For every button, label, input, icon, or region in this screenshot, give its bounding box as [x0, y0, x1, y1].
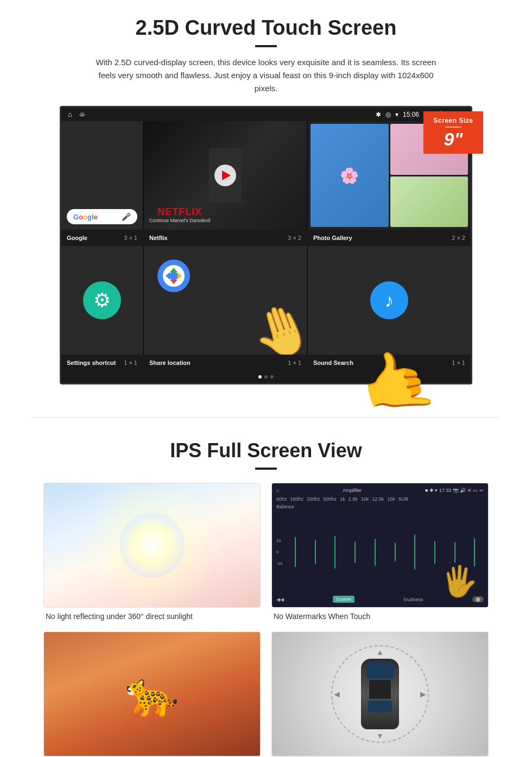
share-location-cell[interactable]: 🤚 — [144, 246, 307, 355]
feature-img-amplifier: ⌂ Amplifier ■ ✱ ▾ 17:33 📷 🔊 ✕ ▭ ↩ 60hz10… — [271, 483, 489, 608]
settings-app-cell[interactable]: ⚙ — [61, 246, 143, 355]
netflix-label-name: Netflix — [149, 235, 168, 241]
netflix-logo: NETFLIX — [149, 206, 210, 218]
amp-balance-label: Balance — [276, 504, 484, 509]
netflix-subtitle: Continue Marvel's Daredevil — [149, 218, 210, 223]
sound-icon-circle: ♪ — [370, 281, 408, 319]
google-label-name: Google — [67, 235, 87, 241]
netflix-label: Netflix 3 × 2 — [144, 232, 307, 243]
gallery-thumb-3 — [390, 176, 468, 228]
screen-dots — [61, 371, 471, 383]
car-roof-top — [369, 680, 391, 699]
sun-effect — [119, 513, 185, 578]
section1-description: With 2.5D curved-display screen, this de… — [92, 56, 440, 95]
gear-icon: ⚙ — [93, 289, 111, 312]
google-maps-icon — [155, 257, 193, 300]
gallery-label-name: Photo Gallery — [313, 235, 352, 241]
status-left-icons: ⌂ ⌯ — [68, 110, 86, 118]
device-mockup-area: Screen Size 9" ⌂ ⌯ ✱ ◎ ▾ 15:06 📷 🔊 ✕ — [54, 106, 478, 384]
feature-img-sunlight — [43, 483, 261, 608]
eq-bar-3 — [334, 536, 335, 569]
feature-sunlight: No light reflecting under 360° direct su… — [43, 483, 261, 621]
arrow-right: ▶ — [420, 690, 426, 698]
arrow-left: ◀ — [334, 690, 340, 698]
car-body-top — [361, 659, 399, 729]
section1-title: 2.5D Curved Touch Screen — [33, 16, 499, 40]
status-time: 15:06 — [403, 111, 419, 118]
section-divider — [33, 417, 499, 418]
google-label-size: 3 × 1 — [124, 235, 137, 241]
share-label-size: 1 × 1 — [288, 359, 301, 366]
home-icon[interactable]: ⌂ — [68, 110, 72, 118]
badge-divider — [445, 127, 461, 128]
amp-title: Amplifier — [343, 488, 362, 493]
app-grid-row2: ⚙ 🤚 — [61, 246, 471, 355]
gallery-label: Photo Gallery 2 × 2 — [308, 232, 471, 243]
sound-label-name: Sound Search — [313, 359, 353, 366]
app-labels-row2: Settings shortcut 1 × 1 Share location 1… — [61, 355, 471, 371]
cheetah-image: 🐆 — [44, 632, 260, 756]
feature-amplifier: ⌂ Amplifier ■ ✱ ▾ 17:33 📷 🔊 ✕ ▭ ↩ 60hz10… — [271, 483, 489, 621]
feature-car: ▲ ▼ ◀ ▶ Large Viewing Angle — [271, 632, 489, 757]
feature-img-cheetah: 🐆 — [43, 632, 261, 756]
amp-freq-labels: 60hz100hz200hz500hz1k2.5k10k12.5k15kSUB — [276, 496, 484, 502]
amp-time: ■ ✱ ▾ 17:33 📷 🔊 ✕ ▭ ↩ — [425, 488, 484, 493]
feature-grid: No light reflecting under 360° direct su… — [43, 483, 489, 757]
share-label: Share location 1 × 1 — [144, 357, 307, 368]
settings-label: Settings shortcut 1 × 1 — [61, 357, 143, 368]
amp-custom-button[interactable]: Custom — [333, 596, 354, 603]
amp-hand-icon: 🖐 — [441, 564, 478, 599]
bluetooth-icon: ✱ — [376, 111, 381, 118]
feature-cheetah: 🐆 Super Fast Response — [43, 632, 261, 757]
arrow-top: ▲ — [376, 648, 384, 657]
section2-title-underline — [255, 468, 277, 470]
eq-bar-7 — [414, 534, 415, 570]
car-view-container: ▲ ▼ ◀ ▶ — [331, 645, 429, 743]
car-image: ▲ ▼ ◀ ▶ — [272, 632, 488, 756]
badge-label: Screen Size — [428, 117, 479, 124]
android-screen: ⌂ ⌯ ✱ ◎ ▾ 15:06 📷 🔊 ✕ ▭ — [60, 106, 472, 384]
badge-size: 9" — [444, 129, 463, 149]
car-rear-window — [368, 701, 392, 712]
gallery-label-size: 2 × 2 — [452, 235, 465, 241]
location-icon: ◎ — [385, 111, 391, 118]
settings-label-name: Settings shortcut — [67, 359, 116, 366]
eq-bar-8 — [434, 541, 435, 564]
status-bar: ⌂ ⌯ ✱ ◎ ▾ 15:06 📷 🔊 ✕ ▭ — [61, 108, 471, 121]
dot-1 — [258, 375, 262, 379]
music-note-icon: ♪ — [385, 290, 394, 311]
section2-title: IPS Full Screen View — [33, 439, 499, 462]
section-curved-screen: 2.5D Curved Touch Screen With 2.5D curve… — [0, 0, 532, 401]
amplifier-screen: ⌂ Amplifier ■ ✱ ▾ 17:33 📷 🔊 ✕ ▭ ↩ 60hz10… — [272, 483, 488, 607]
play-button[interactable] — [214, 165, 236, 186]
netflix-app-cell[interactable]: NETFLIX Continue Marvel's Daredevil — [144, 121, 307, 230]
wifi-icon: ▾ — [395, 111, 398, 118]
amp-loudness-label: loudness — [404, 597, 423, 602]
car-windshield — [366, 662, 394, 678]
google-app-cell[interactable]: Google 🎤 — [61, 121, 143, 230]
sunlight-image — [44, 483, 260, 607]
play-triangle-icon — [222, 171, 231, 180]
cheetah-icon: 🐆 — [125, 668, 179, 720]
google-search-bar[interactable]: Google 🎤 — [67, 209, 137, 224]
eq-bar-6 — [395, 542, 396, 562]
amp-sliders: 100-10 — [276, 510, 484, 594]
settings-label-size: 1 × 1 — [124, 359, 137, 366]
amplifier-caption: No Watermarks When Touch — [271, 612, 489, 621]
flower-icon: 🌸 — [311, 124, 389, 227]
arrow-bottom: ▼ — [376, 731, 384, 740]
amp-nav-left: ◀◀ — [276, 597, 284, 602]
sunlight-caption: No light reflecting under 360° direct su… — [43, 612, 261, 621]
dot-3 — [270, 375, 274, 379]
usb-icon: ⌯ — [79, 110, 86, 118]
sound-search-cell[interactable]: ♪ — [308, 246, 471, 355]
screen-size-badge: Screen Size 9" — [423, 111, 483, 154]
eq-bar-1 — [295, 537, 296, 567]
eq-bar-10 — [474, 538, 475, 566]
eq-bar-5 — [375, 539, 376, 566]
sound-label-size: 1 × 1 — [452, 359, 465, 366]
mic-icon[interactable]: 🎤 — [122, 212, 131, 221]
amp-status-bar: ⌂ Amplifier ■ ✱ ▾ 17:33 📷 🔊 ✕ ▭ ↩ — [276, 488, 484, 493]
share-label-name: Share location — [149, 359, 191, 366]
google-logo: Google — [73, 213, 98, 221]
